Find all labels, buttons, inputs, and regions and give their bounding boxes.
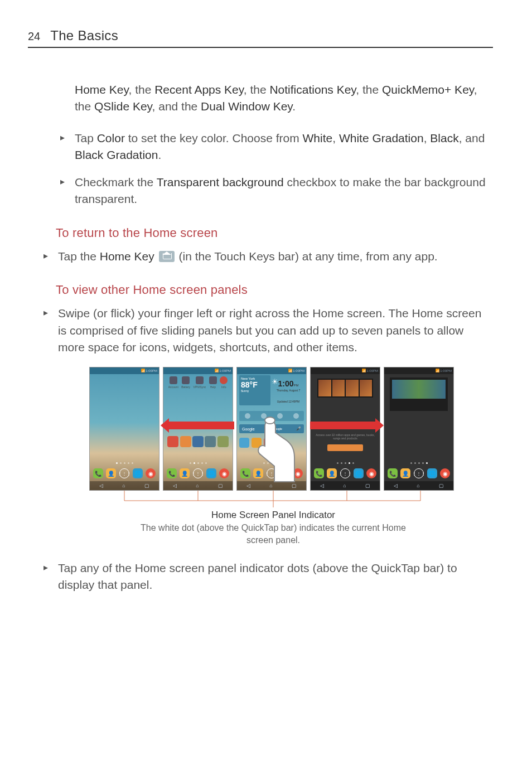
chrome-icon: ◉ — [366, 468, 376, 478]
panel-1: 📶 1:00PM 📞 👤 ⋮⋮⋮ 🌐 ◉ ◁⌂▢ — [89, 367, 159, 491]
status-bar: 📶 1:00PM — [163, 367, 233, 374]
page-header: 24 The Basics — [28, 28, 493, 48]
apps-icon: ⋮⋮⋮ — [193, 468, 203, 478]
widget-grid: Account Battery VPN/Sync Help Info — [167, 376, 229, 389]
svg-point-0 — [265, 417, 275, 424]
bullet-home-key: Tap the Home Key (in the Touch Keys bar)… — [39, 248, 487, 265]
bullet-transparent: Checkmark the Transparent background che… — [56, 174, 487, 208]
amazon-subtitle: Access over 22 million apps and games, b… — [315, 433, 375, 440]
quicktap-bar: 📞 👤 ⋮⋮⋮ 🌐 ◉ — [91, 467, 157, 480]
clock-widget: 1:00PM Thursday, August 7 Updated 12:49P… — [273, 379, 304, 403]
phone-icon: 📞 — [167, 468, 177, 478]
contacts-icon: 👤 — [106, 468, 116, 478]
signal-icon: 📶 — [436, 369, 439, 372]
touch-keys: ◁⌂▢ — [311, 481, 380, 490]
page-number: 24 — [28, 30, 40, 43]
touch-keys: ◁⌂▢ — [384, 481, 453, 490]
signal-icon: 📶 — [141, 369, 145, 372]
signal-icon: 📶 — [215, 369, 219, 372]
panel-indicator — [90, 460, 159, 466]
home-panels-figure: 📶 1:00PM 📞 👤 ⋮⋮⋮ 🌐 ◉ ◁⌂▢ 📶 1:00PM — [89, 367, 457, 546]
bullet-color: Tap Color to set the key color. Choose f… — [56, 130, 487, 164]
amazon-button — [327, 444, 363, 451]
amazon-thumbnails — [317, 379, 373, 398]
phone-icon: 📞 — [388, 468, 398, 478]
browser-icon: 🌐 — [427, 468, 437, 478]
caption-description: The white dot (above the QuickTap bar) i… — [128, 522, 418, 546]
browser-icon: 🌐 — [206, 468, 216, 478]
signal-icon: 📶 — [288, 369, 292, 372]
touch-keys: ◁⌂▢ — [90, 481, 159, 490]
widget-row-2 — [167, 434, 229, 449]
phone-icon: 📞 — [314, 468, 324, 478]
quicktap-bar: 📞 👤 ⋮⋮⋮ 🌐 ◉ — [386, 467, 452, 480]
heading-other-panels: To view other Home screen panels — [56, 283, 487, 297]
panel-5: 📶 1:00PM 📞 👤 ⋮⋮⋮ 🌐 ◉ ◁⌂▢ — [384, 367, 454, 491]
status-bar: 📶 1:00PM — [237, 367, 306, 374]
apps-icon: ⋮⋮⋮ — [414, 468, 424, 478]
panel-indicator — [163, 460, 233, 466]
quicktap-bar: 📞 👤 ⋮⋮⋮ 🌐 ◉ — [312, 467, 378, 480]
phone-icon: 📞 — [93, 468, 103, 478]
contacts-icon: 👤 — [327, 468, 337, 478]
caption-title: Home Screen Panel Indicator — [89, 510, 457, 521]
recent-icon: ▢ — [144, 483, 149, 488]
pointing-hand-icon — [248, 416, 299, 483]
browser-icon: 🌐 — [133, 468, 143, 478]
home-icon: ⌂ — [122, 483, 125, 488]
swipe-arrow-left-icon — [168, 422, 234, 429]
status-bar: 📶 1:00PM — [384, 367, 453, 374]
status-bar: 📶 1:00PM — [90, 367, 159, 374]
panel5-card — [390, 377, 448, 411]
quicktap-bar: 📞 👤 ⋮⋮⋮ 🌐 ◉ — [165, 467, 231, 480]
figure-caption: Home Screen Panel Indicator The white do… — [89, 510, 457, 546]
bullet-swipe: Swipe (or flick) your finger left or rig… — [39, 305, 487, 356]
contacts-icon: 👤 — [400, 468, 410, 478]
back-icon: ◁ — [99, 483, 103, 488]
browser-icon: 🌐 — [354, 468, 364, 478]
figure-connectors — [89, 491, 457, 506]
status-bar: 📶 1:00PM — [311, 367, 380, 374]
apps-icon: ⋮⋮⋮ — [119, 468, 129, 478]
weather-widget: New York 88°F Sunny — [239, 375, 270, 405]
panel-indicator — [384, 460, 453, 466]
panel-indicator — [311, 460, 380, 466]
contacts-icon: 👤 — [180, 468, 190, 478]
chrome-icon: ◉ — [219, 468, 229, 478]
intro-paragraph: Home Key, the Recent Apps Key, the Notif… — [56, 81, 487, 115]
chapter-title: The Basics — [50, 28, 118, 43]
bullet-tap-indicator: Tap any of the Home screen panel indicat… — [39, 560, 487, 594]
heading-return-home: To return to the Home screen — [56, 226, 487, 240]
apps-icon: ⋮⋮⋮ — [340, 468, 350, 478]
signal-icon: 📶 — [362, 369, 366, 372]
touch-keys: ◁⌂▢ — [163, 481, 233, 490]
chrome-icon: ◉ — [146, 468, 156, 478]
swipe-arrow-right-icon — [310, 422, 376, 429]
home-key-icon — [159, 251, 175, 262]
chrome-icon: ◉ — [440, 468, 450, 478]
